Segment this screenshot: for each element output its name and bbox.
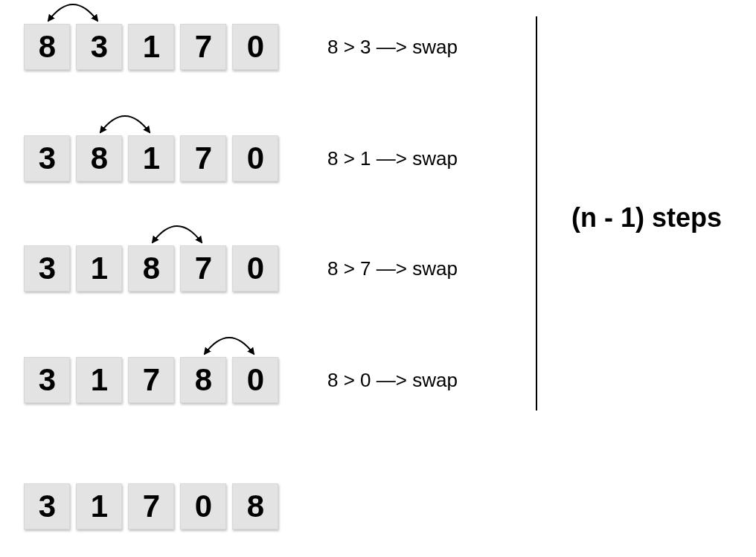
array-cell: 1	[76, 245, 122, 292]
array-cell: 0	[180, 483, 226, 529]
array-cell: 0	[232, 357, 278, 403]
swap-arc	[200, 336, 258, 357]
array-cell: 7	[180, 245, 226, 292]
comparison-label: 8 > 3 —> swap	[327, 36, 458, 59]
array-cell: 3	[24, 483, 70, 529]
array-cell: 3	[76, 24, 122, 70]
array-cell: 8	[180, 357, 226, 403]
array-cell: 8	[232, 483, 278, 529]
array-cells: 31780	[24, 357, 278, 403]
array-row: 31708	[24, 483, 278, 529]
array-row: 83170	[24, 24, 278, 70]
comparison-label: 8 > 7 —> swap	[327, 257, 458, 280]
array-cells: 31708	[24, 483, 278, 529]
array-cell: 7	[128, 483, 174, 529]
array-cell: 1	[76, 357, 122, 403]
array-cell: 0	[232, 245, 278, 292]
array-row: 31780	[24, 357, 278, 403]
array-cell: 1	[128, 24, 174, 70]
array-cell: 1	[128, 135, 174, 181]
array-cell: 3	[24, 245, 70, 292]
array-cells: 38170	[24, 135, 278, 181]
array-row: 38170	[24, 135, 278, 181]
array-cell: 7	[180, 24, 226, 70]
array-cell: 0	[232, 24, 278, 70]
swap-arc	[44, 3, 102, 24]
array-cell: 7	[128, 357, 174, 403]
steps-bracket-line	[536, 16, 537, 410]
steps-label: (n - 1) steps	[571, 202, 722, 234]
array-cell: 3	[24, 135, 70, 181]
array-cell: 1	[76, 483, 122, 529]
swap-arc	[96, 115, 154, 135]
swap-arc	[148, 225, 206, 245]
array-cell: 7	[180, 135, 226, 181]
array-cells: 83170	[24, 24, 278, 70]
array-cell: 0	[232, 135, 278, 181]
array-row: 31870	[24, 245, 278, 292]
comparison-label: 8 > 1 —> swap	[327, 147, 458, 170]
array-cells: 31870	[24, 245, 278, 292]
comparison-label: 8 > 0 —> swap	[327, 369, 458, 392]
array-cell: 8	[76, 135, 122, 181]
array-cell: 3	[24, 357, 70, 403]
diagram-stage: 831708 > 3 —> swap381708 > 1 —> swap3187…	[0, 0, 756, 557]
array-cell: 8	[128, 245, 174, 292]
array-cell: 8	[24, 24, 70, 70]
